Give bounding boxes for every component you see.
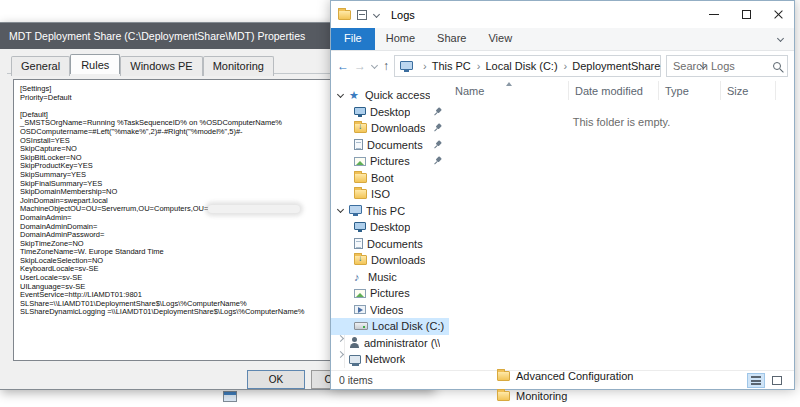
column-size[interactable]: Size: [721, 81, 776, 100]
sidebar-item-local-disk-c[interactable]: Local Disk (C:): [331, 318, 449, 335]
pictures-icon: [354, 289, 366, 298]
column-label: Type: [665, 85, 689, 97]
chevron-expanded-icon[interactable]: [336, 206, 345, 215]
tab-share[interactable]: Share: [426, 28, 477, 50]
address-dropdown-icon[interactable]: [700, 62, 708, 70]
address-bar: ← → ↑ This PC Local Disk (C:) Deployment…: [331, 51, 794, 81]
search-input[interactable]: [673, 60, 770, 72]
breadcrumb[interactable]: This PC Local Disk (C:) DeploymentShare …: [394, 55, 661, 77]
explorer-window: Logs File Home Share View ← → ↑ This PC …: [330, 0, 795, 390]
details-view-icon: [751, 376, 761, 385]
sidebar-item-this-pc[interactable]: This PC: [331, 203, 449, 220]
column-type[interactable]: Type: [659, 81, 721, 100]
sidebar-item-label: Documents: [367, 238, 423, 250]
close-button[interactable]: [762, 1, 794, 28]
details-view-button[interactable]: [747, 373, 765, 388]
column-label: Date modified: [575, 85, 643, 97]
sidebar-item-pc-downloads[interactable]: Downloads: [331, 252, 449, 269]
sidebar-item-administrator[interactable]: administrator (\\: [331, 335, 449, 352]
workbench-tree-fragment: Advanced Configuration Monitoring: [497, 366, 633, 406]
breadcrumb-deploymentshare[interactable]: DeploymentShare: [559, 60, 661, 72]
desktop-icon: [354, 222, 366, 230]
workbench-item-advanced-configuration[interactable]: Advanced Configuration: [497, 366, 633, 386]
chevron-expanded-icon[interactable]: [336, 91, 345, 100]
sidebar-item-pc-pictures[interactable]: Pictures: [331, 285, 449, 302]
qat-chevron-down-icon[interactable]: [373, 11, 381, 19]
ok-button[interactable]: OK: [247, 370, 305, 389]
tab-file[interactable]: File: [331, 28, 375, 50]
navigation-pane: Quick access Desktop Downloads Documents…: [331, 81, 449, 370]
minimize-button[interactable]: [698, 1, 730, 28]
column-headers: Name Date modified Type Size: [449, 81, 794, 100]
column-label: Name: [455, 85, 484, 97]
sidebar-item-pc-documents[interactable]: Documents: [331, 236, 449, 253]
sidebar-item-quick-access[interactable]: Quick access: [331, 87, 449, 104]
sidebar-item-label: Downloads: [371, 254, 425, 266]
history-chevron-icon[interactable]: [371, 63, 378, 70]
sidebar-item-desktop[interactable]: Desktop: [331, 104, 449, 121]
thumbnail-view-button[interactable]: [768, 373, 786, 388]
network-icon: [349, 355, 361, 364]
breadcrumb-local-disk[interactable]: Local Disk (C:): [472, 60, 558, 72]
folder-icon: [497, 391, 510, 401]
window-controls: [698, 1, 794, 28]
folder-icon: [354, 189, 367, 199]
chevron-collapsed-icon[interactable]: [336, 335, 345, 352]
workbench-item-monitoring[interactable]: Monitoring: [497, 386, 633, 406]
downloads-icon: [354, 255, 367, 265]
column-name[interactable]: Name: [449, 81, 569, 100]
maximize-button[interactable]: [730, 1, 762, 28]
thumbnail-view-icon: [772, 376, 782, 385]
sidebar-item-label: Downloads: [371, 122, 425, 134]
tab-rules[interactable]: Rules: [70, 54, 120, 74]
tab-windows-pe[interactable]: Windows PE: [120, 56, 202, 76]
search-box[interactable]: [666, 55, 788, 77]
sidebar-item-label: Network: [365, 353, 405, 365]
breadcrumb-this-pc[interactable]: This PC: [418, 60, 471, 72]
tab-home[interactable]: Home: [375, 28, 426, 50]
sidebar-item-pictures[interactable]: Pictures: [331, 153, 449, 170]
chevron-collapsed-icon[interactable]: [336, 351, 345, 368]
dialog-tabs: General Rules Windows PE Monitoring: [11, 56, 274, 76]
explorer-titlebar[interactable]: Logs: [331, 1, 794, 28]
quick-access-toolbar-icon[interactable]: [357, 10, 367, 20]
ribbon-expand-icon[interactable]: [777, 35, 785, 43]
sidebar-item-boot[interactable]: Boot: [331, 170, 449, 187]
maximize-icon: [742, 10, 751, 19]
sidebar-item-label: Desktop: [370, 221, 410, 233]
folder-icon: [497, 371, 510, 381]
sidebar-item-iso[interactable]: ISO: [331, 186, 449, 203]
workbench-item-label: Monitoring: [516, 390, 567, 402]
downloads-icon: [354, 123, 367, 133]
sort-ascending-icon: [506, 82, 512, 86]
sidebar-item-network[interactable]: Network: [331, 351, 449, 368]
sidebar-item-pc-desktop[interactable]: Desktop: [331, 219, 449, 236]
music-icon: [354, 271, 364, 282]
forward-button[interactable]: →: [354, 60, 366, 72]
sidebar-item-label: Pictures: [370, 155, 410, 167]
column-label: Size: [727, 85, 748, 97]
tab-general[interactable]: General: [11, 56, 70, 76]
sidebar-item-documents[interactable]: Documents: [331, 137, 449, 154]
sidebar-item-downloads[interactable]: Downloads: [331, 120, 449, 137]
pin-icon: [430, 121, 444, 135]
tab-monitoring[interactable]: Monitoring: [203, 56, 274, 76]
drive-icon: [354, 322, 368, 330]
sidebar-item-pc-music[interactable]: Music: [331, 269, 449, 286]
file-list-pane: Name Date modified Type Size This folder…: [449, 81, 794, 370]
background-window-icon: [223, 391, 237, 402]
back-button[interactable]: ←: [337, 60, 349, 72]
rules-text-after: DomainAdmin= DomainAdminDomain= DomainAd…: [20, 213, 305, 317]
sidebar-item-label: Music: [368, 271, 397, 283]
item-count: 0 items: [339, 374, 373, 386]
sidebar-item-label: Videos: [370, 304, 403, 316]
sidebar-item-pc-videos[interactable]: Videos: [331, 302, 449, 319]
column-date-modified[interactable]: Date modified: [569, 81, 659, 100]
tab-view[interactable]: View: [477, 28, 523, 50]
sidebar-item-label: Documents: [367, 139, 423, 151]
pictures-icon: [354, 157, 366, 166]
quick-access-icon: [349, 89, 361, 101]
up-button[interactable]: ↑: [383, 60, 389, 72]
this-pc-icon: [349, 205, 362, 214]
rules-text-before: [Settings] Priority=Default [Default] _S…: [20, 84, 282, 213]
